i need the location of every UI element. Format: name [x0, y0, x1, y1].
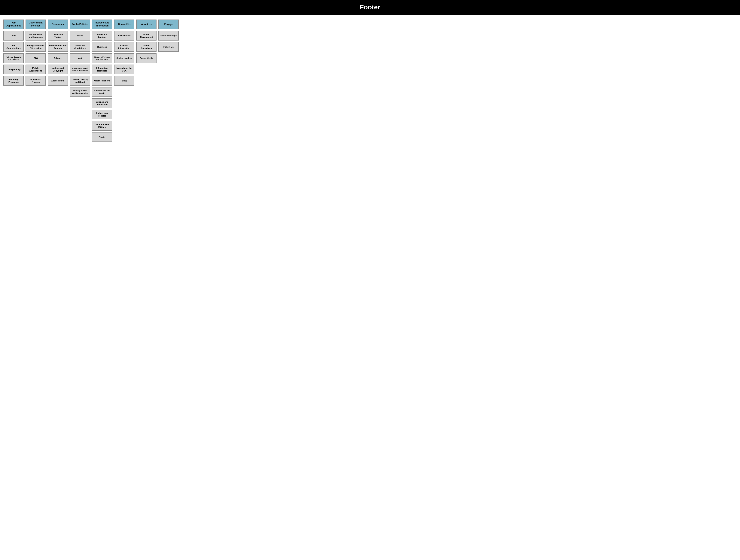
col-interests-information: Interests and InformationTravel and tour… — [92, 19, 112, 142]
jobs[interactable]: Jobs — [3, 31, 24, 40]
job-opportunities-sub[interactable]: Job Opportunities — [3, 42, 24, 52]
blog[interactable]: Blog — [114, 76, 134, 86]
accessibility[interactable]: Accessibility — [48, 76, 68, 86]
contact-us-header[interactable]: Contact Us — [114, 19, 134, 29]
footer-grid: Job OpportunitiesJobsJob OpportunitiesNa… — [0, 15, 740, 148]
indigenous-peoples[interactable]: Indigenous Peoples — [92, 110, 112, 119]
departments-agencies[interactable]: Departments and Agencies — [25, 31, 46, 40]
science-innovation[interactable]: Science and Innovation — [92, 98, 112, 108]
col-public-policies: Public PoliciesTaxesTerms and Conditions… — [70, 19, 90, 97]
media-relations[interactable]: Media Relations — [92, 76, 112, 86]
transparency[interactable]: Transparency — [3, 65, 24, 74]
col-about-us: About UsAbout GovernmentAbout Canada.caS… — [136, 19, 157, 63]
col-resources: ResourcesThemes and TopicsPublications a… — [48, 19, 68, 86]
interests-information-header[interactable]: Interests and Information — [92, 19, 112, 29]
engage-header[interactable]: Engage — [158, 19, 179, 29]
follow-us[interactable]: Follow Us — [158, 42, 179, 52]
senior-leaders[interactable]: Senior Leaders — [114, 53, 134, 63]
youth[interactable]: Youth — [92, 132, 112, 142]
job-opportunities-header[interactable]: Job Opportunities — [3, 19, 24, 29]
business[interactable]: Business — [92, 42, 112, 52]
policing-justice[interactable]: Policing, Justice and Emergencies — [70, 87, 90, 97]
veterans-military[interactable]: Veterans and Military — [92, 121, 112, 130]
about-canada[interactable]: About Canada.ca — [136, 42, 157, 52]
publications-reports[interactable]: Publications and Reports — [48, 42, 68, 52]
header-bar: Footer — [0, 0, 740, 15]
page-title: Footer — [360, 3, 380, 11]
taxes[interactable]: Taxes — [70, 31, 90, 40]
government-services-header[interactable]: Government Services — [25, 19, 46, 29]
funding-programs[interactable]: Funding Programs — [3, 76, 24, 86]
mobile-applications[interactable]: Mobile Applications — [25, 65, 46, 74]
share-page[interactable]: Share this Page — [158, 31, 179, 40]
all-contacts[interactable]: All Contacts — [114, 31, 134, 40]
money-finance[interactable]: Money and Finance — [25, 76, 46, 86]
resources-header[interactable]: Resources — [48, 19, 68, 29]
information-requests[interactable]: Information Requests — [92, 65, 112, 74]
environment-natural[interactable]: Environment and Natural Resources — [70, 65, 90, 74]
more-about-csa[interactable]: More about the CSA — [114, 65, 134, 74]
notices-copyright[interactable]: Notices and Copyright — [48, 65, 68, 74]
national-security[interactable]: National Security and Defence — [3, 53, 24, 63]
social-media[interactable]: Social Media — [136, 53, 157, 63]
privacy[interactable]: Privacy — [48, 53, 68, 63]
about-government[interactable]: About Government — [136, 31, 157, 40]
themes-topics[interactable]: Themes and Topics — [48, 31, 68, 40]
col-engage: EngageShare this PageFollow Us — [158, 19, 179, 52]
about-us-header[interactable]: About Us — [136, 19, 157, 29]
report-problem[interactable]: Report a Problem On This Page — [92, 53, 112, 63]
immigration-citizenship[interactable]: Immigration and Citizenship — [25, 42, 46, 52]
col-job-opportunities: Job OpportunitiesJobsJob OpportunitiesNa… — [3, 19, 24, 86]
terms-conditions[interactable]: Terms and Conditions — [70, 42, 90, 52]
health[interactable]: Health — [70, 53, 90, 63]
faq[interactable]: FAQ — [25, 53, 46, 63]
col-government-services: Government ServicesDepartments and Agenc… — [25, 19, 46, 86]
canada-world[interactable]: Canada and the World — [92, 87, 112, 97]
public-policies-header[interactable]: Public Policies — [70, 19, 90, 29]
contact-information[interactable]: Contact Information — [114, 42, 134, 52]
travel-tourism[interactable]: Travel and tourism — [92, 31, 112, 40]
col-contact-us: Contact UsAll ContactsContact Informatio… — [114, 19, 134, 86]
culture-history-sport[interactable]: Culture, History and Sport — [70, 76, 90, 86]
